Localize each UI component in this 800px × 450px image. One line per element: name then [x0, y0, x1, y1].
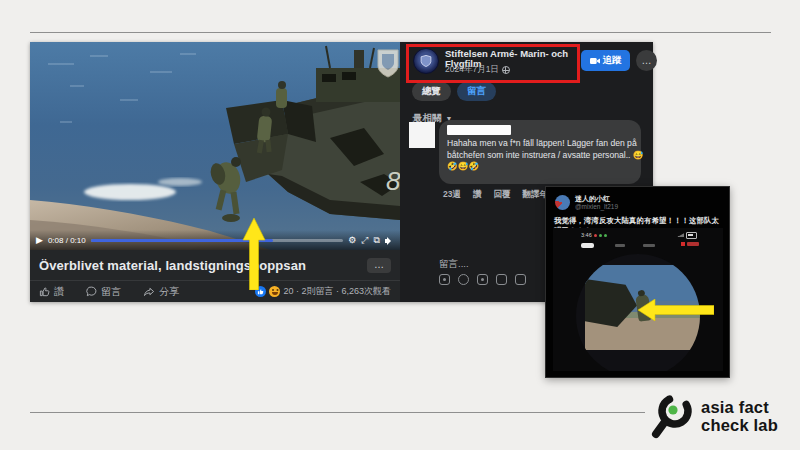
hull-number: 8: [386, 166, 400, 196]
composer-toolbar: [439, 274, 526, 285]
phone-clock: 3:46: [581, 232, 592, 238]
x-user-handle[interactable]: @mixien_lt219: [575, 203, 618, 210]
post-date[interactable]: 2024年7月1日: [445, 64, 510, 76]
avatar-sticker-icon[interactable]: [439, 274, 450, 285]
volume-icon[interactable]: [385, 236, 394, 245]
tab-comments[interactable]: 留言: [457, 82, 496, 101]
comment-meta-row: 23週 讚 回覆 翻譯年糕: [443, 189, 556, 201]
video-overlay-row: [553, 242, 723, 250]
status-dot-green: [599, 234, 602, 237]
comment-text-line3: 🤣😅🤣: [447, 161, 633, 173]
annotation-arrow-left: [638, 299, 714, 321]
comment-bubble-icon: [86, 286, 97, 297]
logo-line1: asia fact: [701, 398, 778, 416]
page-crest-icon: [419, 54, 433, 68]
comment-bubble[interactable]: Hahaha men va f*n fäll läppen! Lägger fa…: [439, 120, 641, 184]
post-action-bar: 讚 留言 分享 20 · 2則留言 · 6,263次觀看: [30, 280, 400, 302]
follow-label: 追蹤: [603, 54, 622, 67]
settings-icon[interactable]: ⚙: [348, 236, 356, 245]
phone-status-right: [677, 232, 697, 239]
commenter-name-redacted: [447, 125, 511, 135]
emoji-icon[interactable]: [458, 274, 469, 285]
pip-icon[interactable]: ⧉: [374, 236, 380, 245]
follow-button[interactable]: 追蹤: [581, 50, 630, 71]
logo-line2: check lab: [701, 416, 778, 434]
privacy-globe-icon: [502, 66, 510, 74]
top-divider: [30, 32, 771, 33]
x-user-avatar[interactable]: [555, 195, 570, 210]
comment-text-line2: båtchefen som inte instruera / avsatte p…: [447, 150, 633, 162]
x-boat: [585, 279, 637, 327]
video-player[interactable]: 8: [30, 42, 400, 250]
overlay-stat-blur2: [643, 244, 655, 247]
commenter-avatar-redacted: [409, 122, 435, 148]
x-post-screenshot: 迷人的小红 @mixien_lt219 我觉得，湾湾反攻大陆真的有希望！！！这部…: [545, 186, 730, 378]
post-stats[interactable]: 20 · 2則留言 · 6,263次觀看: [255, 285, 391, 298]
play-icon[interactable]: ▶: [36, 236, 43, 245]
comment-text-line1: Hahaha men va f*n fäll läppen! Lägger fa…: [447, 138, 633, 150]
battery-icon: [686, 232, 697, 239]
comment-button[interactable]: 留言: [86, 285, 121, 299]
video-camera-icon: [590, 57, 600, 65]
share-button[interactable]: 分享: [143, 285, 179, 299]
breaking-wave: [84, 184, 176, 200]
record-indicator: [681, 242, 699, 246]
magnifier-icon: [650, 392, 696, 440]
signal-icon: [677, 233, 684, 237]
status-dot-green2: [604, 234, 607, 237]
comment-like-link[interactable]: 讚: [473, 189, 482, 201]
bottom-divider: [30, 412, 645, 413]
video-title-bar: Överblivet material, landstigningshoppsa…: [30, 250, 400, 280]
foam: [158, 178, 202, 186]
overlay-stat-blur1: [615, 244, 625, 247]
comment-label: 留言: [101, 285, 121, 299]
share-label: 分享: [159, 285, 179, 299]
comment-reply-link[interactable]: 回覆: [493, 189, 510, 201]
gif-icon[interactable]: [496, 274, 507, 285]
video-controls[interactable]: ▶ 0:08 / 0:10 ⚙ ⤢ ⧉: [30, 230, 400, 250]
post-more-button[interactable]: …: [636, 50, 657, 71]
like-label: 讚: [54, 285, 64, 299]
crest-watermark-icon: [378, 50, 398, 77]
haha-reaction-icon: [269, 286, 280, 297]
stats-summary: 20 · 2則留言 · 6,263次觀看: [283, 285, 391, 298]
annotation-arrow-up: [242, 218, 266, 290]
video-more-button[interactable]: …: [367, 258, 391, 273]
share-arrow-icon: [143, 286, 155, 297]
video-progress-bar[interactable]: [91, 239, 344, 242]
phone-status-bar: 3:46: [581, 232, 607, 238]
overlay-pill-icon: [581, 243, 594, 248]
video-scene: 8: [30, 42, 400, 250]
post-date-text: 2024年7月1日: [445, 64, 499, 76]
x-embedded-video[interactable]: 3:46: [553, 228, 723, 371]
thumb-up-icon: [39, 286, 50, 297]
fullscreen-icon[interactable]: ⤢: [361, 236, 368, 245]
status-dot-red: [594, 234, 597, 237]
asia-fact-check-lab-logo: asia fact check lab: [650, 392, 778, 440]
comment-input[interactable]: 留言....: [439, 258, 469, 271]
logo-wordmark: asia fact check lab: [701, 398, 778, 434]
page-avatar[interactable]: [413, 48, 439, 74]
video-time: 0:08 / 0:10: [48, 236, 86, 245]
camera-icon[interactable]: [477, 274, 488, 285]
sticker-icon[interactable]: [515, 274, 526, 285]
comment-age: 23週: [443, 189, 461, 201]
tab-overview[interactable]: 總覽: [412, 82, 451, 101]
like-button[interactable]: 讚: [39, 285, 64, 299]
